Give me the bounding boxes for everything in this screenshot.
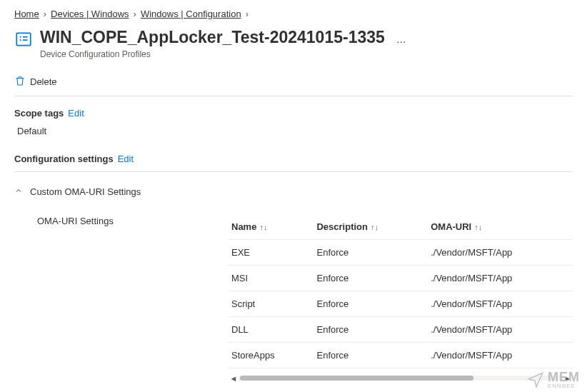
svg-point-3 [20, 39, 21, 41]
breadcrumb-config[interactable]: Windows | Configuration [141, 9, 241, 19]
page-header: WIN_COPE_AppLocker_Test-20241015-1335 De… [14, 28, 573, 59]
chevron-up-icon [14, 186, 23, 197]
scroll-track[interactable] [239, 376, 563, 381]
svg-point-1 [20, 36, 21, 38]
sort-icon: ↑↓ [474, 223, 482, 231]
command-bar: Delete [14, 75, 573, 96]
cell-omauri: ./Vendor/MSFT/App [428, 265, 573, 291]
table-row[interactable]: EXEEnforce./Vendor/MSFT/App [229, 239, 573, 265]
cell-name: StoreApps [229, 342, 313, 368]
scope-tags-header: Scope tags Edit [14, 108, 573, 119]
watermark: MEM ENNBEE [526, 371, 580, 389]
oma-uri-settings: OMA-URI Settings Name↑↓ Description↑↓ OM… [14, 216, 573, 384]
cell-description: Enforce [313, 239, 428, 265]
scope-tags-edit[interactable]: Edit [68, 108, 84, 119]
chevron-right-icon: › [44, 9, 46, 19]
delete-icon[interactable] [14, 75, 26, 89]
svg-rect-0 [16, 33, 31, 45]
cell-name: Script [229, 291, 313, 316]
accordion-label: Custom OMA-URI Settings [30, 186, 141, 197]
horizontal-scrollbar[interactable]: ◄ ► [229, 373, 573, 384]
watermark-big: MEM [548, 371, 580, 383]
cell-name: DLL [229, 316, 313, 342]
page-title: WIN_COPE_AppLocker_Test-20241015-1335 [40, 28, 385, 48]
paper-plane-icon [526, 371, 545, 389]
cell-omauri: ./Vendor/MSFT/App [428, 239, 573, 265]
sort-icon: ↑↓ [259, 223, 267, 231]
cell-omauri: ./Vendor/MSFT/App [428, 291, 573, 316]
page-subtitle: Device Configuration Profiles [40, 49, 385, 59]
cell-omauri: ./Vendor/MSFT/App [428, 316, 573, 342]
table-row[interactable]: MSIEnforce./Vendor/MSFT/App [229, 265, 573, 291]
table-row[interactable]: DLLEnforce./Vendor/MSFT/App [229, 316, 573, 342]
col-name[interactable]: Name↑↓ [229, 216, 313, 240]
breadcrumb-home[interactable]: Home [14, 9, 39, 19]
col-omauri[interactable]: OMA-URI↑↓ [428, 216, 573, 240]
profile-icon [14, 30, 33, 51]
sort-icon: ↑↓ [371, 223, 378, 231]
scope-tags-value: Default [14, 126, 573, 136]
cell-description: Enforce [313, 342, 428, 368]
config-settings-header: Configuration settings Edit [14, 154, 573, 164]
chevron-right-icon: › [134, 9, 136, 19]
scroll-thumb[interactable] [240, 376, 473, 381]
divider [14, 96, 573, 96]
cell-description: Enforce [313, 316, 428, 342]
oma-uri-table: Name↑↓ Description↑↓ OMA-URI↑↓ EXEEnforc… [229, 216, 573, 368]
oma-uri-settings-label: OMA-URI Settings [37, 216, 229, 384]
cell-omauri: ./Vendor/MSFT/App [428, 342, 573, 368]
watermark-small: ENNBEE [548, 383, 580, 389]
cell-description: Enforce [313, 291, 428, 316]
divider [14, 171, 573, 172]
scope-tags-title: Scope tags [14, 108, 64, 119]
breadcrumb-devices[interactable]: Devices | Windows [51, 9, 129, 19]
col-description[interactable]: Description↑↓ [313, 216, 428, 240]
accordion-custom-omauri[interactable]: Custom OMA-URI Settings [14, 186, 573, 197]
scroll-left-icon[interactable]: ◄ [229, 374, 239, 383]
config-settings-title: Configuration settings [14, 154, 114, 164]
cell-name: MSI [229, 265, 313, 291]
config-settings-edit[interactable]: Edit [118, 154, 134, 164]
cell-description: Enforce [313, 265, 428, 291]
table-row[interactable]: ScriptEnforce./Vendor/MSFT/App [229, 291, 573, 316]
breadcrumb: Home › Devices | Windows › Windows | Con… [14, 7, 573, 25]
delete-button[interactable]: Delete [30, 76, 57, 87]
cell-name: EXE [229, 239, 313, 265]
table-row[interactable]: StoreAppsEnforce./Vendor/MSFT/App [229, 342, 573, 368]
chevron-right-icon: › [246, 9, 249, 19]
more-actions-icon[interactable]: … [396, 34, 406, 45]
